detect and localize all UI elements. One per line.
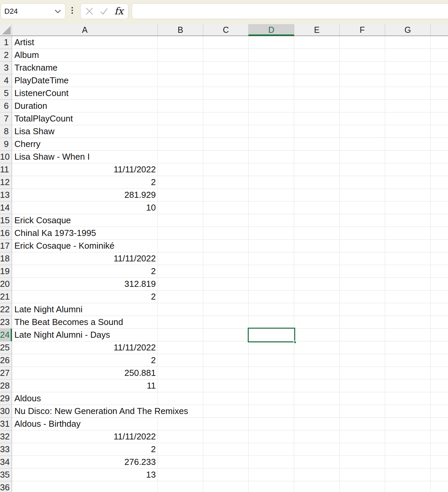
- row-header-28[interactable]: 28: [0, 380, 12, 392]
- fill-handle[interactable]: [294, 341, 297, 344]
- cell-F20[interactable]: [340, 278, 385, 291]
- cell-H10[interactable]: [431, 151, 448, 163]
- cell-B31[interactable]: [158, 418, 203, 430]
- cell-H29[interactable]: [431, 392, 448, 405]
- row-header-15[interactable]: 15: [0, 214, 12, 227]
- chevron-down-icon[interactable]: [54, 9, 61, 14]
- column-header-B[interactable]: B: [158, 24, 203, 35]
- cell-E32[interactable]: [294, 430, 340, 443]
- cell-C21[interactable]: [203, 291, 249, 303]
- cell-C30[interactable]: [203, 405, 249, 418]
- cell-H35[interactable]: [431, 469, 448, 481]
- cell-B17[interactable]: [158, 240, 203, 252]
- cell-D31[interactable]: [249, 418, 294, 430]
- cell-C1[interactable]: [203, 36, 249, 49]
- row-header-24[interactable]: 24: [0, 329, 12, 341]
- cell-A16[interactable]: Chinal Ka 1973-1995: [12, 227, 158, 240]
- cell-H16[interactable]: [431, 227, 448, 240]
- cell-C29[interactable]: [203, 392, 249, 405]
- cell-C2[interactable]: [203, 49, 249, 62]
- row-header-12[interactable]: 12: [0, 176, 12, 189]
- cell-C35[interactable]: [203, 469, 249, 481]
- cell-B12[interactable]: [158, 176, 203, 189]
- cell-G6[interactable]: [385, 100, 431, 112]
- cell-A28[interactable]: 11: [12, 380, 158, 392]
- cell-B6[interactable]: [158, 100, 203, 112]
- cell-H19[interactable]: [431, 265, 448, 278]
- cell-G12[interactable]: [385, 176, 431, 189]
- cell-B26[interactable]: [158, 354, 203, 367]
- cell-F5[interactable]: [340, 87, 385, 100]
- cell-H14[interactable]: [431, 201, 448, 214]
- cell-F21[interactable]: [340, 291, 385, 303]
- cell-H36[interactable]: [431, 481, 448, 492]
- row-header-33[interactable]: 33: [0, 443, 12, 456]
- row-header-36[interactable]: 36: [0, 481, 12, 492]
- cell-G23[interactable]: [385, 316, 431, 329]
- cell-A34[interactable]: 276.233: [12, 456, 158, 469]
- cell-G32[interactable]: [385, 430, 431, 443]
- row-header-11[interactable]: 11: [0, 163, 12, 176]
- cell-E10[interactable]: [294, 151, 340, 163]
- cell-D6[interactable]: [249, 100, 294, 112]
- cell-A12[interactable]: 2: [12, 176, 158, 189]
- cell-E2[interactable]: [294, 49, 340, 62]
- cell-B11[interactable]: [158, 163, 203, 176]
- cell-D3[interactable]: [249, 62, 294, 74]
- cell-A36[interactable]: [12, 481, 158, 492]
- cell-G19[interactable]: [385, 265, 431, 278]
- row-header-14[interactable]: 14: [0, 201, 12, 214]
- cell-C24[interactable]: [203, 329, 249, 341]
- cell-D25[interactable]: [249, 341, 294, 354]
- cell-F7[interactable]: [340, 112, 385, 125]
- cell-F30[interactable]: [340, 405, 385, 418]
- cell-A33[interactable]: 2: [12, 443, 158, 456]
- cell-F35[interactable]: [340, 469, 385, 481]
- column-header-partial[interactable]: [431, 24, 448, 35]
- cell-G30[interactable]: [385, 405, 431, 418]
- cell-B27[interactable]: [158, 367, 203, 380]
- cell-A15[interactable]: Erick Cosaque: [12, 214, 158, 227]
- cell-C34[interactable]: [203, 456, 249, 469]
- cell-A3[interactable]: Trackname: [12, 62, 158, 74]
- cell-A5[interactable]: ListenerCount: [12, 87, 158, 100]
- row-header-32[interactable]: 32: [0, 430, 12, 443]
- cell-A25[interactable]: 11/11/2022: [12, 341, 158, 354]
- cell-D17[interactable]: [249, 240, 294, 252]
- cell-D2[interactable]: [249, 49, 294, 62]
- column-header-E[interactable]: E: [294, 24, 340, 35]
- cell-E14[interactable]: [294, 201, 340, 214]
- cell-H7[interactable]: [431, 112, 448, 125]
- cell-D34[interactable]: [249, 456, 294, 469]
- cell-A20[interactable]: 312.819: [12, 278, 158, 291]
- cell-G31[interactable]: [385, 418, 431, 430]
- row-header-31[interactable]: 31: [0, 418, 12, 430]
- cell-F23[interactable]: [340, 316, 385, 329]
- cell-A35[interactable]: 13: [12, 469, 158, 481]
- enter-check-icon[interactable]: [100, 7, 108, 15]
- cell-C33[interactable]: [203, 443, 249, 456]
- cell-H18[interactable]: [431, 252, 448, 265]
- cell-C36[interactable]: [203, 481, 249, 492]
- column-header-G[interactable]: G: [385, 24, 431, 35]
- cell-C12[interactable]: [203, 176, 249, 189]
- cell-E33[interactable]: [294, 443, 340, 456]
- row-header-16[interactable]: 16: [0, 227, 12, 240]
- cell-B9[interactable]: [158, 138, 203, 151]
- cell-G22[interactable]: [385, 303, 431, 316]
- cell-E17[interactable]: [294, 240, 340, 252]
- cell-B16[interactable]: [158, 227, 203, 240]
- cell-G20[interactable]: [385, 278, 431, 291]
- cell-E5[interactable]: [294, 87, 340, 100]
- cell-E34[interactable]: [294, 456, 340, 469]
- column-header-A[interactable]: A: [12, 24, 158, 35]
- cell-E29[interactable]: [294, 392, 340, 405]
- column-header-C[interactable]: C: [203, 24, 249, 35]
- cell-B21[interactable]: [158, 291, 203, 303]
- cell-G21[interactable]: [385, 291, 431, 303]
- cell-C20[interactable]: [203, 278, 249, 291]
- row-header-26[interactable]: 26: [0, 354, 12, 367]
- cell-H26[interactable]: [431, 354, 448, 367]
- cell-C25[interactable]: [203, 341, 249, 354]
- cell-F33[interactable]: [340, 443, 385, 456]
